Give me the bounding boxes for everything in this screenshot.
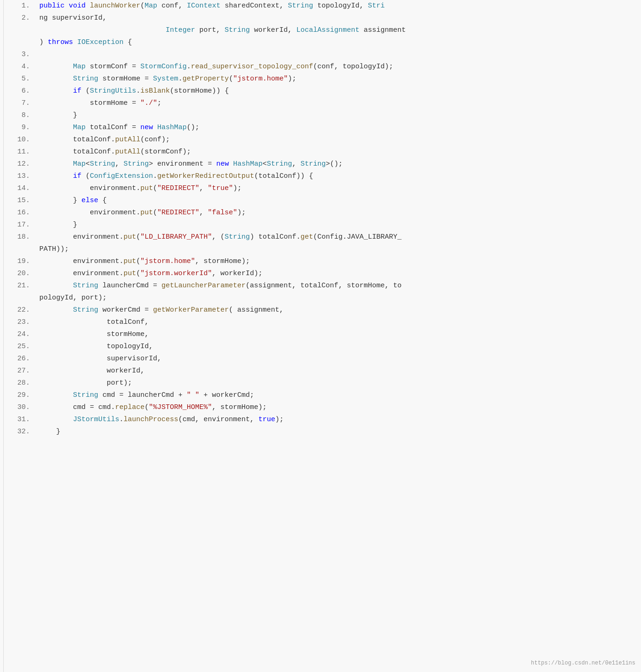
code-token: getProperty [182, 75, 229, 83]
code-token: stormHome = [98, 75, 153, 83]
code-token: ( [136, 233, 140, 241]
code-token: environment. [39, 257, 124, 265]
line-number: 10. [4, 134, 36, 146]
line-number: 5. [4, 73, 36, 85]
code-token: . [153, 172, 157, 180]
code-token: void [69, 2, 86, 10]
code-token: sharedContext, [220, 2, 288, 10]
code-token: (cmd, environment, [178, 416, 258, 424]
code-token: read_supervisor_topology_conf [191, 63, 313, 71]
code-line: environment.put("jstorm.home", stormHome… [36, 256, 641, 268]
code-token: ( [145, 403, 149, 411]
code-token: } [39, 221, 77, 229]
code-line: Integer port, String workerId, LocalAssi… [36, 24, 641, 37]
code-line: Map totalConf = new HashMap(); [36, 122, 641, 134]
code-line: workerId, [36, 365, 641, 377]
code-token: ) totalConf. [250, 233, 300, 241]
line-number: 2. [4, 12, 36, 24]
code-line: public void launchWorker(Map conf, ICont… [36, 0, 641, 12]
code-token: HashMap [233, 160, 262, 168]
code-token: "jstorm.home" [140, 257, 195, 265]
code-token: if [73, 172, 81, 180]
code-token [39, 160, 73, 168]
line-number: 1. [4, 0, 36, 12]
code-token: String [300, 160, 326, 168]
code-token: IOException [77, 38, 124, 46]
line-number: 24. [4, 329, 36, 341]
code-token: ( [81, 172, 90, 180]
line-number [4, 243, 36, 256]
code-token: , [199, 184, 208, 192]
code-token: String [225, 26, 250, 34]
code-token: ( [153, 184, 157, 192]
code-token: " " [187, 391, 199, 399]
code-line: } [36, 219, 641, 231]
code-line: pologyId, port); [36, 292, 641, 304]
code-token: IContext [187, 2, 220, 10]
code-token: "./" [140, 99, 157, 107]
code-token: put [140, 184, 153, 192]
code-token: public [39, 2, 65, 10]
code-token: String [73, 306, 98, 314]
code-token: , stormHome); [212, 403, 267, 411]
code-token: + workerCmd; [199, 391, 254, 399]
code-line: topologyId, [36, 341, 641, 353]
code-line: } [36, 426, 641, 438]
code-token: > environment = [149, 160, 216, 168]
code-line: environment.put("LD_LIBRARY_PATH", (Stri… [36, 231, 641, 243]
code-token: true [258, 416, 275, 424]
code-token: replace [115, 403, 145, 411]
code-token: String [225, 233, 250, 241]
code-token: Map [73, 124, 86, 131]
code-token: put [124, 257, 136, 265]
code-token: System [153, 75, 178, 83]
code-token: workerCmd = [98, 306, 153, 314]
line-number: 29. [4, 389, 36, 402]
code-token [153, 124, 157, 131]
code-token: } [39, 428, 60, 436]
code-token [39, 306, 73, 314]
code-token: , stormHome); [195, 257, 250, 265]
code-token: else [81, 197, 98, 205]
code-token: environment. [39, 233, 124, 241]
line-number: 30. [4, 402, 36, 414]
line-number [4, 292, 36, 304]
line-number: 28. [4, 377, 36, 389]
code-token: , [199, 209, 208, 217]
code-token: ) [39, 38, 48, 46]
code-token: . [119, 416, 124, 424]
code-line: supervisorId, [36, 353, 641, 365]
code-token: JStormUtils [73, 416, 119, 424]
code-token: cmd = cmd. [39, 403, 115, 411]
code-token: totalConf = [86, 124, 140, 131]
code-line: String workerCmd = getWorkerParameter( a… [36, 304, 641, 316]
line-number: 12. [4, 158, 36, 170]
code-token: putAll [115, 136, 140, 144]
code-token: stormHome = [39, 99, 140, 107]
line-number [4, 24, 36, 37]
code-token: if [73, 87, 81, 95]
code-token: (Config.JAVA_LIBRARY_ [313, 233, 401, 241]
line-number: 31. [4, 414, 36, 426]
code-token: (); [187, 124, 199, 131]
code-line: ng supervisorId, [36, 12, 641, 24]
code-token: (totalConf)) { [254, 172, 313, 180]
watermark: https://blog.csdn.net/0e11e1ins [531, 660, 635, 666]
code-token: Stri [368, 2, 385, 10]
code-token [39, 416, 73, 424]
code-token: ng supervisorId, [39, 14, 107, 22]
line-number: 26. [4, 353, 36, 365]
line-number [4, 37, 36, 49]
code-token: environment. [39, 209, 140, 217]
code-token: String [73, 391, 98, 399]
line-number: 14. [4, 183, 36, 195]
code-token: pologyId, port); [39, 294, 107, 302]
code-token: isBlank [140, 87, 170, 95]
code-line: String stormHome = System.getProperty("j… [36, 73, 641, 85]
line-number: 6. [4, 85, 36, 97]
code-token: ); [288, 75, 296, 83]
code-token: port, [195, 26, 225, 34]
code-token: StringUtils [90, 87, 136, 95]
line-number: 32. [4, 426, 36, 438]
code-token: topologyId, [313, 2, 368, 10]
